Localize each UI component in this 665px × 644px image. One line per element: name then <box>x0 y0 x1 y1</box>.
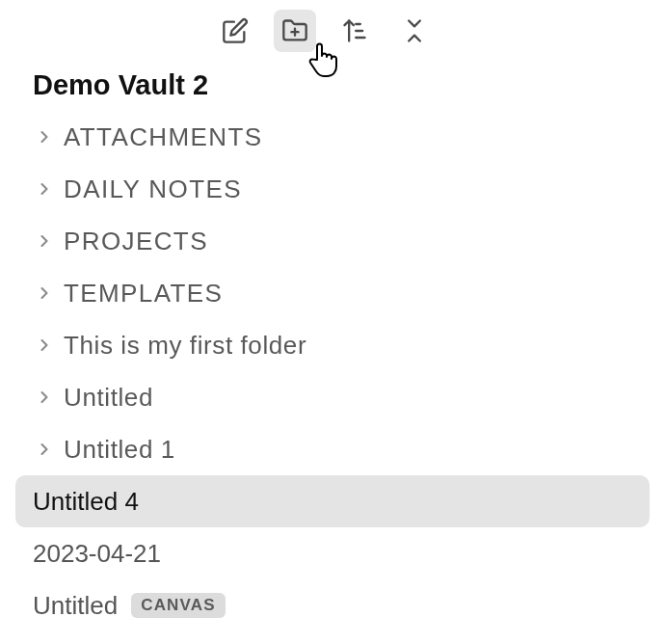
new-note-button[interactable] <box>214 10 256 52</box>
chevron-right-icon <box>33 231 56 251</box>
folder-label: This is my first folder <box>64 331 306 361</box>
chevron-right-icon <box>33 440 56 459</box>
file-2023-04-21[interactable]: 2023-04-21 <box>0 527 665 579</box>
folder-attachments[interactable]: ATTACHMENTS <box>0 111 665 163</box>
file-label: 2023-04-21 <box>33 539 161 569</box>
folder-untitled-1[interactable]: Untitled 1 <box>0 423 665 475</box>
chevron-right-icon <box>33 335 56 355</box>
vault-title: Demo Vault 2 <box>0 58 665 111</box>
collapse-icon <box>401 17 428 44</box>
folder-label: Untitled <box>64 383 153 413</box>
folder-label: ATTACHMENTS <box>64 122 263 152</box>
folder-first-folder[interactable]: This is my first folder <box>0 319 665 371</box>
folder-untitled[interactable]: Untitled <box>0 371 665 423</box>
file-label: Untitled <box>33 591 118 621</box>
file-untitled-4[interactable]: Untitled 4 <box>15 475 650 527</box>
chevron-right-icon <box>33 179 56 199</box>
folder-label: DAILY NOTES <box>64 174 242 204</box>
file-untitled-canvas[interactable]: Untitled CANVAS <box>0 579 665 631</box>
folder-label: PROJECTS <box>64 227 208 256</box>
sidebar-toolbar <box>214 0 665 58</box>
edit-icon <box>222 17 249 44</box>
file-tree: ATTACHMENTS DAILY NOTES PROJECTS TEMPLAT… <box>0 111 665 631</box>
collapse-button[interactable] <box>393 10 436 52</box>
sort-button[interactable] <box>333 10 376 52</box>
folder-projects[interactable]: PROJECTS <box>0 215 665 267</box>
folder-label: Untitled 1 <box>64 435 175 465</box>
chevron-right-icon <box>33 127 56 147</box>
folder-label: TEMPLATES <box>64 279 223 309</box>
folder-templates[interactable]: TEMPLATES <box>0 267 665 319</box>
folder-plus-icon <box>281 17 308 44</box>
file-label: Untitled 4 <box>33 487 139 517</box>
canvas-badge: CANVAS <box>131 593 226 618</box>
chevron-right-icon <box>33 283 56 303</box>
sort-icon <box>341 17 368 44</box>
folder-daily-notes[interactable]: DAILY NOTES <box>0 163 665 215</box>
chevron-right-icon <box>33 388 56 407</box>
new-folder-button[interactable] <box>274 10 316 52</box>
